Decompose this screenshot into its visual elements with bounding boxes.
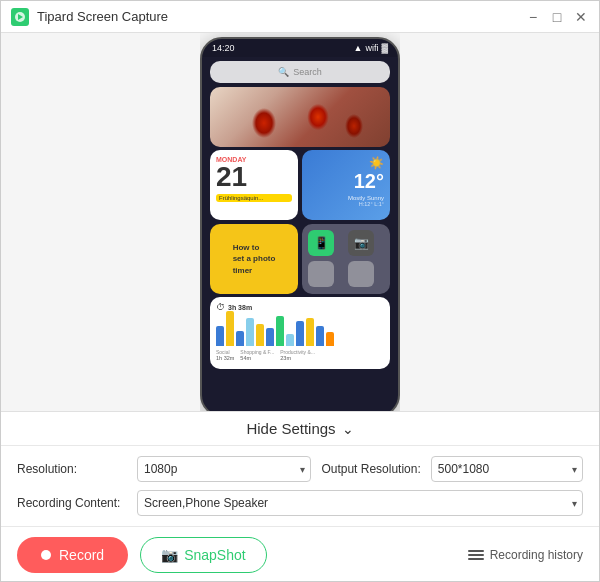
calendar-date: 21	[216, 163, 292, 191]
photo-widget: How toset a phototimer	[210, 224, 298, 294]
record-label: Record	[59, 547, 104, 563]
bar-3	[236, 331, 244, 346]
record-button[interactable]: Record	[17, 537, 128, 573]
bar-5	[256, 324, 264, 346]
action-bar: Record 📷 SnapShot Recording history	[1, 526, 599, 582]
resolution-select[interactable]: 720p 1080p 1440p 4K	[137, 456, 311, 482]
camera-icon: 📷	[161, 547, 178, 563]
snapshot-button[interactable]: 📷 SnapShot	[140, 537, 267, 573]
history-label: Recording history	[490, 548, 583, 562]
bar-10	[306, 318, 314, 346]
strawberry-bg	[210, 87, 390, 147]
weather-widget: ☀️ 12° Mostly Sunny H:12° L:1°	[302, 150, 390, 220]
hide-settings-label: Hide Settings	[246, 420, 335, 437]
screen-time-chart	[216, 316, 384, 346]
search-bar[interactable]: 🔍 Search	[210, 61, 390, 83]
hamburger-icon	[468, 550, 484, 560]
weather-temp: 12°	[308, 170, 384, 193]
phone-screen: 14:20 ▲ wifi ▓ 🔍 Search MONDAY	[200, 37, 400, 411]
weather-range: H:12° L:1°	[308, 201, 384, 207]
bar-8	[286, 334, 294, 346]
close-button[interactable]: ✕	[573, 9, 589, 25]
content-select[interactable]: Screen,Phone Speaker Screen Only Phone S…	[137, 490, 583, 516]
screen-time-labels: Social 1h 32m Shopping & F... 54m Produc…	[216, 349, 384, 361]
record-dot-icon	[41, 550, 51, 560]
output-resolution-select-wrapper: 500*1080 720*1280 1080*1920 ▾	[431, 456, 583, 482]
screen-time-icon: ⏱	[216, 302, 225, 312]
hero-image	[210, 87, 390, 147]
calendar-event: Frühlingsäquin...	[216, 194, 292, 202]
resolution-select-wrapper: 720p 1080p 1440p 4K ▾	[137, 456, 311, 482]
status-icons: ▲ wifi ▓	[354, 43, 388, 53]
history-section[interactable]: Recording history	[468, 548, 583, 562]
st-productivity: Productivity &... 23m	[280, 349, 315, 361]
time-display: 14:20	[212, 43, 235, 53]
resolution-row: Resolution: 720p 1080p 1440p 4K ▾ Output…	[17, 456, 583, 482]
app-icon	[11, 8, 29, 26]
screen-time-header: ⏱ 3h 38m	[216, 302, 384, 312]
app-title: Tipard Screen Capture	[37, 9, 168, 24]
content-select-wrapper: Screen,Phone Speaker Screen Only Phone S…	[137, 490, 583, 516]
screen-time-total: 3h 38m	[228, 304, 252, 311]
bar-7	[276, 316, 284, 346]
ham-line-3	[468, 558, 484, 560]
recording-content-label: Recording Content:	[17, 496, 127, 510]
signal-icon: ▲	[354, 43, 363, 53]
minimize-button[interactable]: −	[525, 9, 541, 25]
widget-grid: MONDAY 21 Frühlingsäquin... ☀️ 12° Mostl…	[210, 150, 390, 294]
chevron-down-icon: ⌄	[342, 421, 354, 437]
screen-time-widget: ⏱ 3h 38m	[210, 297, 390, 369]
phone-container: 14:20 ▲ wifi ▓ 🔍 Search MONDAY	[200, 33, 400, 411]
photo-text: How toset a phototimer	[233, 242, 276, 276]
battery-icon: ▓	[381, 43, 388, 53]
bar-2	[226, 311, 234, 346]
bar-11	[316, 326, 324, 346]
apps-widget: 📱 📷	[302, 224, 390, 294]
ham-line-2	[468, 554, 484, 556]
content-row: Recording Content: Screen,Phone Speaker …	[17, 490, 583, 516]
output-section: Output Resolution: 500*1080 720*1280 108…	[321, 456, 583, 482]
title-bar-left: Tipard Screen Capture	[11, 8, 168, 26]
bar-1	[216, 326, 224, 346]
wifi-icon: wifi	[365, 43, 378, 53]
search-icon: 🔍	[278, 67, 289, 77]
bar-6	[266, 328, 274, 346]
camera-app-icon: 📷	[348, 230, 374, 256]
st-social: Social 1h 32m	[216, 349, 234, 361]
calendar-widget: MONDAY 21 Frühlingsäquin...	[210, 150, 298, 220]
weather-icon: ☀️	[308, 156, 384, 170]
st-shopping: Shopping & F... 54m	[240, 349, 274, 361]
main-area: 14:20 ▲ wifi ▓ 🔍 Search MONDAY	[1, 33, 599, 582]
phone-app-icon: 📱	[308, 230, 334, 256]
hide-settings-bar[interactable]: Hide Settings ⌄	[1, 411, 599, 445]
action-buttons: Record 📷 SnapShot	[17, 537, 267, 573]
search-placeholder: Search	[293, 67, 322, 77]
restore-button[interactable]: □	[549, 9, 565, 25]
ham-line-1	[468, 550, 484, 552]
app-icon-2	[348, 261, 374, 287]
status-bar: 14:20 ▲ wifi ▓	[202, 39, 398, 57]
settings-panel: Resolution: 720p 1080p 1440p 4K ▾ Output…	[1, 445, 599, 526]
resolution-label: Resolution:	[17, 462, 127, 476]
output-resolution-label: Output Resolution:	[321, 462, 420, 476]
output-resolution-select[interactable]: 500*1080 720*1280 1080*1920	[431, 456, 583, 482]
bar-4	[246, 318, 254, 346]
bar-9	[296, 321, 304, 346]
snapshot-label: SnapShot	[184, 547, 246, 563]
title-bar: Tipard Screen Capture − □ ✕	[1, 1, 599, 33]
window-controls: − □ ✕	[525, 9, 589, 25]
app-icon-1	[308, 261, 334, 287]
bar-12	[326, 332, 334, 346]
